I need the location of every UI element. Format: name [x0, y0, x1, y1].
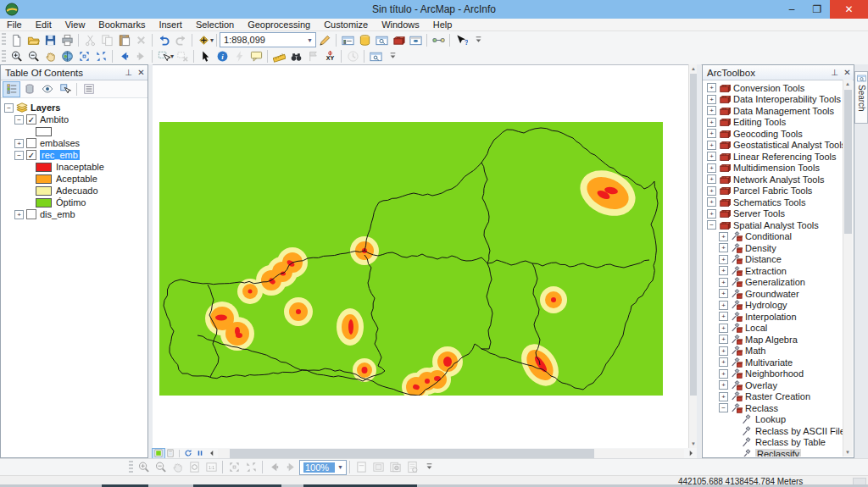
- expand-icon[interactable]: +: [707, 83, 716, 92]
- scroll-down-icon[interactable]: ▼: [843, 448, 852, 457]
- arctoolbox-item-linear-referencing-tools[interactable]: Linear Referencing Tools: [733, 152, 836, 162]
- arctoolbox-item-multidimension-tools[interactable]: Multidimension Tools: [733, 163, 820, 173]
- arctoolbox-item-lookup[interactable]: Lookup: [755, 414, 786, 424]
- expand-icon[interactable]: +: [707, 186, 716, 196]
- arctoolbox-item-reclassify[interactable]: Reclassify: [755, 449, 801, 457]
- modelbuilder-button[interactable]: [430, 32, 447, 47]
- paste-button[interactable]: [115, 32, 132, 47]
- layer-label-Ambito[interactable]: Ambito: [40, 114, 69, 125]
- expand-icon[interactable]: +: [719, 346, 728, 356]
- chevron-down-icon[interactable]: ▾: [210, 36, 214, 44]
- arctoolbox-item-geocoding-tools[interactable]: Geocoding Tools: [733, 129, 803, 139]
- arctoolbox-item-server-tools[interactable]: Server Tools: [733, 208, 785, 219]
- legend-swatch[interactable]: [36, 198, 52, 208]
- toc-root-label[interactable]: Layers: [31, 102, 60, 113]
- layer-symbol-swatch[interactable]: [36, 127, 52, 136]
- refresh-button[interactable]: [182, 449, 194, 458]
- collapse-icon[interactable]: −: [4, 103, 14, 113]
- list-selection-button[interactable]: [56, 81, 74, 97]
- list-visibility-button[interactable]: [38, 81, 56, 97]
- expand-icon[interactable]: +: [719, 243, 728, 252]
- arctoolbox-item-spatial-analyst-tools[interactable]: Spatial Analyst Tools: [733, 220, 819, 230]
- expand-icon[interactable]: +: [707, 152, 716, 161]
- zoom-in-button[interactable]: [8, 49, 25, 64]
- arctoolbox-scroll-thumb[interactable]: [844, 90, 852, 234]
- toc-options-button[interactable]: [80, 81, 97, 97]
- arctoolbox-item-math[interactable]: Math: [745, 346, 765, 356]
- arctoolbox-window-button[interactable]: [390, 32, 407, 47]
- menu-edit[interactable]: Edit: [29, 19, 58, 30]
- toolbar-grip[interactable]: [129, 461, 133, 474]
- expand-icon[interactable]: +: [707, 106, 716, 115]
- map-hscroll-thumb[interactable]: [230, 449, 594, 458]
- arctoolbox-item-reclass-by-ascii-file[interactable]: Reclass by ASCII File: [755, 426, 843, 436]
- identify-button[interactable]: i: [214, 49, 231, 64]
- undo-button[interactable]: [155, 32, 172, 47]
- toolbar-grip[interactable]: [2, 33, 6, 47]
- legend-swatch[interactable]: [36, 174, 52, 184]
- fixed-zoom-out-button[interactable]: [92, 49, 109, 64]
- collapse-icon[interactable]: −: [14, 151, 24, 160]
- expand-icon[interactable]: +: [707, 95, 716, 104]
- legend-swatch[interactable]: [36, 163, 52, 172]
- overflow-button[interactable]: [420, 460, 437, 475]
- expand-icon[interactable]: +: [14, 139, 24, 148]
- layer-checkbox[interactable]: [26, 209, 36, 219]
- fixed-zoom-in-button[interactable]: [75, 49, 92, 64]
- expand-icon[interactable]: +: [719, 301, 728, 310]
- map-vertical-scrollbar[interactable]: ▲ ▼: [688, 64, 697, 448]
- expand-icon[interactable]: +: [719, 380, 728, 390]
- layer-label-dis_emb[interactable]: dis_emb: [40, 209, 75, 219]
- expand-icon[interactable]: +: [719, 255, 728, 264]
- menu-view[interactable]: View: [58, 19, 92, 30]
- select-features-button[interactable]: [155, 49, 172, 64]
- scroll-right-button[interactable]: [685, 449, 697, 458]
- whats-this-button[interactable]: ?: [453, 32, 470, 47]
- arctoolbox-item-reclass-by-table[interactable]: Reclass by Table: [755, 437, 826, 447]
- collapse-icon[interactable]: −: [707, 220, 716, 230]
- toolbar-grip[interactable]: [2, 50, 6, 64]
- arctoolbox-item-generalization[interactable]: Generalization: [745, 277, 805, 287]
- html-popup-button[interactable]: [248, 49, 264, 64]
- legend-swatch[interactable]: [36, 186, 52, 196]
- layer-label-embalses[interactable]: embalses: [40, 138, 80, 148]
- arctoolbox-item-conditional[interactable]: Conditional: [745, 231, 792, 241]
- map-toolbox-splitter[interactable]: [697, 64, 701, 458]
- menu-file[interactable]: File: [0, 19, 29, 30]
- catalog-window-button[interactable]: [356, 32, 373, 47]
- close-icon[interactable]: ✕: [841, 66, 854, 79]
- expand-icon[interactable]: +: [707, 129, 716, 138]
- expand-icon[interactable]: +: [719, 289, 728, 298]
- expand-icon[interactable]: +: [707, 209, 716, 219]
- pin-icon[interactable]: ⊥: [122, 66, 135, 79]
- menu-windows[interactable]: Windows: [375, 19, 426, 30]
- arctoolbox-item-overlay[interactable]: Overlay: [745, 380, 777, 390]
- full-extent-button[interactable]: [58, 49, 75, 64]
- zoom-out-button[interactable]: [25, 49, 42, 64]
- arctoolbox-item-multivariate[interactable]: Multivariate: [745, 357, 793, 368]
- map-vscroll-thumb[interactable]: [690, 74, 697, 396]
- arctoolbox-item-density[interactable]: Density: [745, 243, 776, 253]
- add-data-button[interactable]: [195, 32, 212, 47]
- menu-geoprocessing[interactable]: Geoprocessing: [241, 19, 317, 30]
- arctoolbox-item-schematics-tools[interactable]: Schematics Tools: [733, 197, 805, 208]
- print-button[interactable]: [58, 32, 75, 47]
- scroll-up-icon[interactable]: ▲: [843, 80, 852, 88]
- expand-icon[interactable]: +: [719, 324, 728, 333]
- arctoolbox-item-editing-tools[interactable]: Editing Tools: [733, 117, 786, 127]
- zoom-percent-combobox[interactable]: 100%▼: [299, 460, 347, 475]
- search-window-button[interactable]: [373, 32, 390, 47]
- collapse-icon[interactable]: −: [719, 403, 728, 412]
- arctoolbox-item-local[interactable]: Local: [745, 323, 767, 333]
- expand-icon[interactable]: +: [707, 163, 716, 173]
- expand-icon[interactable]: +: [719, 357, 728, 367]
- arctoolbox-item-hydrology[interactable]: Hydrology: [745, 300, 787, 310]
- pan-button[interactable]: [42, 49, 58, 64]
- expand-icon[interactable]: +: [707, 174, 716, 184]
- select-elements-button[interactable]: [197, 49, 214, 64]
- arctoolbox-item-groundwater[interactable]: Groundwater: [745, 289, 799, 299]
- menu-selection[interactable]: Selection: [189, 19, 241, 30]
- arctoolbox-item-distance[interactable]: Distance: [745, 254, 782, 264]
- arctoolbox-item-data-interoperability-tools[interactable]: Data Interoperability Tools: [733, 94, 841, 104]
- save-button[interactable]: [42, 32, 58, 47]
